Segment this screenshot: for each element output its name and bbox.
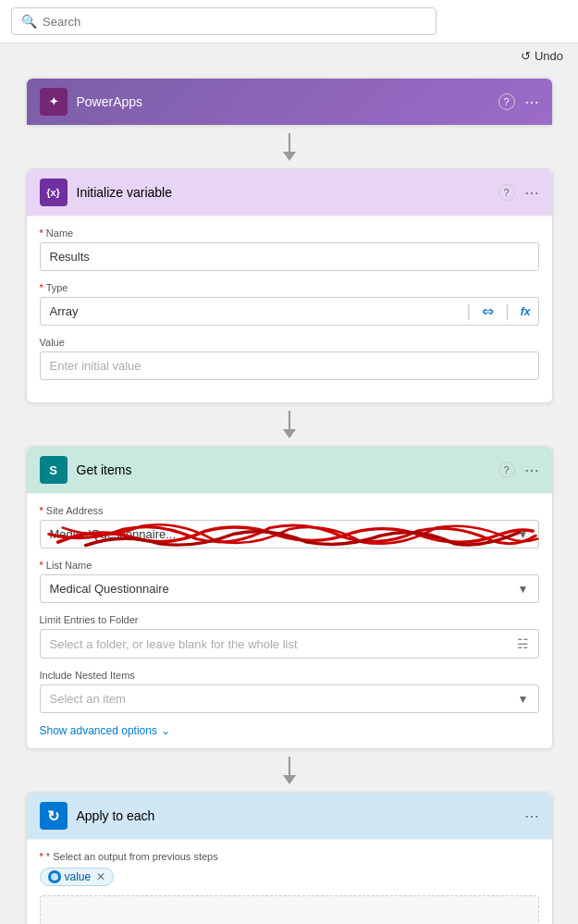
initvar-icon: {x} (40, 179, 68, 206)
initvar-type-array-icon[interactable]: ⇔ (474, 299, 501, 324)
value-badge-close[interactable]: ✕ (96, 870, 105, 883)
initvar-card-body: Name Results Type Array | ⇔ | fx Value (27, 216, 552, 402)
search-box[interactable]: 🔍 (11, 7, 437, 35)
apply-title: Apply to each (77, 808, 524, 823)
apply-card-header: ↻ Apply to each ⋯ (27, 793, 552, 839)
undo-bar: ↺ Undo (0, 43, 578, 68)
connector-3 (283, 749, 296, 792)
getitems-icon: S (40, 456, 68, 484)
undo-button[interactable]: ↺ Undo (521, 49, 563, 63)
initvar-card-header: {x} Initialize variable ? ⋯ (27, 169, 552, 216)
site-address-container: MedicalQuestionnaire... ▼ (40, 520, 539, 548)
getitems-card-actions: ? ⋯ (498, 462, 539, 479)
powerapps-icon: ✦ (40, 88, 68, 116)
initvar-type-input[interactable]: Array | ⇔ | fx (40, 297, 539, 326)
powerapps-card: ✦ PowerApps ? ⋯ (26, 78, 553, 126)
initvar-name-input[interactable]: Results (40, 242, 539, 271)
initvar-more-icon[interactable]: ⋯ (524, 184, 539, 202)
getitems-help-icon[interactable]: ? (498, 462, 515, 478)
flow-canvas: ✦ PowerApps ? ⋯ {x} Initialize variable … (0, 68, 578, 924)
getitems-card-body: Site Address MedicalQuestionnaire... ▼ (27, 493, 552, 748)
limit-entries-field: Limit Entries to Folder Select a folder,… (40, 614, 539, 659)
getitems-card: S Get items ? ⋯ Site Address MedicalQues… (26, 446, 553, 749)
connector-1 (283, 126, 296, 168)
list-name-label: List Name (40, 560, 539, 571)
apply-more-icon[interactable]: ⋯ (524, 807, 539, 825)
nested-items-label: Include Nested Items (40, 670, 539, 681)
powerapps-help-icon[interactable]: ? (498, 93, 515, 110)
getitems-more-icon[interactable]: ⋯ (524, 462, 539, 479)
folder-icon[interactable]: ☵ (517, 636, 529, 651)
powerapps-title: PowerApps (77, 94, 498, 109)
undo-icon: ↺ (521, 49, 531, 63)
initvar-value-input[interactable]: Enter initial value (40, 351, 539, 380)
list-name-field: List Name Medical Questionnaire ▼ (40, 560, 539, 603)
initvar-type-field: Type Array | ⇔ | fx (40, 282, 539, 326)
initvar-value-label: Value (40, 337, 539, 348)
nested-items-input[interactable]: Select an item ▼ (40, 684, 539, 713)
list-name-input[interactable]: Medical Questionnaire ▼ (40, 574, 539, 603)
initvar-name-field: Name Results (40, 228, 539, 271)
apply-card-actions: ⋯ (524, 807, 539, 825)
site-address-input[interactable]: MedicalQuestionnaire... ▼ (40, 520, 539, 548)
top-bar: 🔍 (0, 0, 578, 43)
site-address-label: Site Address (40, 505, 539, 516)
list-name-dropdown-icon[interactable]: ▼ (518, 583, 529, 596)
initvar-name-label: Name (40, 228, 539, 239)
apply-output-label: * Select an output from previous steps (40, 851, 539, 862)
powerapps-card-header: ✦ PowerApps ? ⋯ (27, 79, 552, 125)
initvar-value-field: Value Enter initial value (40, 337, 539, 380)
apply-card-body: * Select an output from previous steps v… (27, 839, 552, 924)
initvar-card: {x} Initialize variable ? ⋯ Name Results… (26, 168, 553, 403)
initvar-title: Initialize variable (77, 185, 498, 200)
site-address-field: Site Address MedicalQuestionnaire... ▼ (40, 505, 539, 548)
search-icon: 🔍 (21, 14, 37, 29)
search-input[interactable] (43, 15, 426, 29)
value-badge: value ✕ (40, 868, 115, 886)
nested-items-field: Include Nested Items Select an item ▼ (40, 670, 539, 713)
apply-card: ↻ Apply to each ⋯ * Select an output fro… (26, 792, 553, 924)
limit-entries-label: Limit Entries to Folder (40, 614, 539, 625)
powerapps-card-actions: ? ⋯ (498, 93, 539, 111)
nested-items-dropdown-icon[interactable]: ▼ (518, 693, 529, 706)
initvar-type-label: Type (40, 282, 539, 293)
connector-2 (283, 403, 296, 446)
chevron-down-icon: ⌄ (161, 724, 170, 737)
apply-value-badge-container: value ✕ (40, 868, 539, 886)
site-address-dropdown-icon[interactable]: ▼ (518, 528, 529, 541)
initvar-help-icon[interactable]: ? (498, 184, 515, 201)
powerapps-more-icon[interactable]: ⋯ (524, 93, 539, 111)
apply-inner-area: ⎓ Add an action (40, 895, 539, 924)
add-action-button[interactable]: ⎓ Add an action (52, 915, 527, 924)
svg-point-0 (51, 873, 58, 881)
initvar-type-fx-icon[interactable]: fx (513, 302, 538, 322)
limit-entries-input[interactable]: Select a folder, or leave blank for the … (40, 629, 539, 659)
getitems-card-header: S Get items ? ⋯ (27, 447, 552, 493)
show-advanced-options[interactable]: Show advanced options ⌄ (40, 724, 539, 737)
value-badge-icon (48, 870, 61, 883)
getitems-title: Get items (77, 462, 498, 477)
apply-icon: ↻ (40, 802, 68, 830)
initvar-card-actions: ? ⋯ (498, 184, 539, 202)
